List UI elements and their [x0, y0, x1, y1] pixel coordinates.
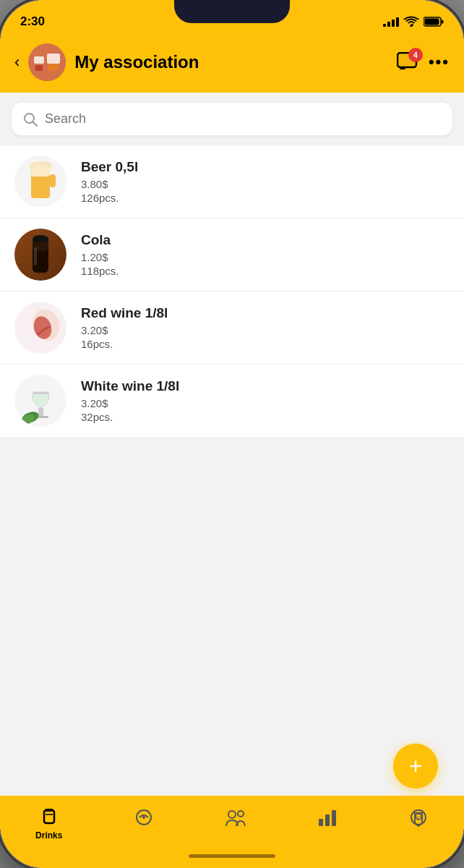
- svg-rect-7: [47, 54, 60, 64]
- svg-rect-5: [34, 56, 44, 64]
- item-price: 3.20$: [81, 397, 450, 409]
- search-icon: [23, 112, 38, 127]
- list-item[interactable]: Beer 0,5l 3.80$ 126pcs.: [0, 145, 464, 218]
- status-time: 2:30: [20, 14, 45, 29]
- app-header: ‹ My association: [0, 36, 464, 93]
- nav-item-food[interactable]: [126, 804, 161, 833]
- avatar: [28, 43, 66, 81]
- nav-item-drinks[interactable]: Drinks: [28, 804, 69, 843]
- item-qty: 118pcs.: [81, 265, 450, 277]
- item-info-beer: Beer 0,5l 3.80$ 126pcs.: [81, 159, 450, 204]
- header-actions: 4 •••: [397, 52, 450, 72]
- cola-icon: [22, 233, 59, 276]
- search-bar[interactable]: [12, 103, 452, 135]
- svg-rect-16: [50, 174, 56, 187]
- svg-rect-37: [332, 810, 336, 826]
- content-area: [0, 437, 464, 726]
- svg-rect-2: [442, 20, 444, 24]
- item-qty: 16pcs.: [81, 338, 450, 350]
- svg-point-34: [238, 811, 244, 817]
- list-item[interactable]: Cola 1.20$ 118pcs.: [0, 218, 464, 292]
- signal-icon: [383, 17, 399, 27]
- item-image-white-wine: [14, 375, 66, 427]
- item-image-beer: [14, 156, 66, 208]
- stats-nav-icon: [317, 807, 338, 827]
- settings-nav-icon: ©: [408, 807, 429, 827]
- svg-line-12: [33, 122, 38, 126]
- items-list: Beer 0,5l 3.80$ 126pcs. Cola: [0, 145, 464, 437]
- item-image-cola: [14, 229, 66, 281]
- battery-icon: [424, 17, 444, 27]
- food-nav-icon: [134, 807, 154, 827]
- drinks-nav-icon: [39, 807, 59, 827]
- svg-rect-15: [31, 166, 50, 176]
- svg-rect-8: [48, 64, 59, 71]
- avatar-image: [28, 43, 66, 81]
- svg-point-0: [410, 25, 413, 27]
- svg-rect-6: [35, 65, 43, 71]
- svg-rect-23: [38, 408, 43, 417]
- item-name: Cola: [81, 232, 450, 248]
- item-price: 3.20$: [81, 324, 450, 336]
- red-wine-icon: [17, 305, 64, 352]
- item-info-white-wine: White wine 1/8l 3.20$ 32pcs.: [81, 378, 450, 423]
- nav-item-settings[interactable]: ©: [401, 804, 436, 833]
- nav-label-drinks: Drinks: [35, 830, 62, 841]
- item-name: White wine 1/8l: [81, 378, 450, 394]
- beer-icon: [22, 158, 59, 205]
- add-button[interactable]: +: [393, 744, 438, 788]
- svg-point-19: [33, 235, 48, 242]
- svg-rect-29: [46, 809, 53, 812]
- item-qty: 32pcs.: [81, 411, 450, 423]
- item-price: 1.20$: [81, 251, 450, 263]
- item-info-cola: Cola 1.20$ 118pcs.: [81, 232, 450, 277]
- home-indicator: [189, 854, 275, 858]
- nav-item-stats[interactable]: [310, 804, 345, 833]
- members-nav-icon: [225, 807, 246, 827]
- white-wine-icon: [17, 378, 64, 425]
- item-info-red-wine: Red wine 1/8l 3.20$ 16pcs.: [81, 305, 450, 350]
- back-button[interactable]: ‹: [14, 53, 20, 72]
- svg-rect-36: [325, 814, 330, 826]
- more-button[interactable]: •••: [429, 53, 450, 72]
- status-icons: [383, 16, 444, 27]
- item-image-red-wine: [14, 302, 66, 354]
- notification-badge: 4: [408, 48, 423, 62]
- list-item[interactable]: Red wine 1/8l 3.20$ 16pcs.: [0, 292, 464, 365]
- page-title: My association: [74, 52, 388, 72]
- svg-rect-35: [319, 819, 323, 826]
- nav-item-members[interactable]: [218, 804, 254, 833]
- phone-shell: 2:30: [0, 0, 464, 868]
- notification-button[interactable]: 4: [397, 52, 418, 72]
- svg-text:©: ©: [416, 815, 421, 822]
- notch: [174, 0, 290, 23]
- item-name: Red wine 1/8l: [81, 305, 450, 321]
- item-name: Beer 0,5l: [81, 159, 450, 175]
- status-bar: 2:30: [0, 0, 464, 36]
- svg-rect-20: [34, 247, 37, 265]
- item-qty: 126pcs.: [81, 192, 450, 204]
- search-input[interactable]: [45, 111, 441, 127]
- svg-rect-25: [33, 392, 48, 394]
- phone-screen: 2:30: [0, 0, 464, 868]
- wifi-icon: [403, 16, 419, 27]
- list-item[interactable]: White wine 1/8l 3.20$ 32pcs.: [0, 365, 464, 437]
- svg-point-33: [228, 811, 236, 818]
- item-price: 3.80$: [81, 178, 450, 190]
- svg-point-32: [142, 816, 145, 819]
- svg-rect-3: [425, 19, 439, 25]
- svg-rect-28: [44, 810, 54, 823]
